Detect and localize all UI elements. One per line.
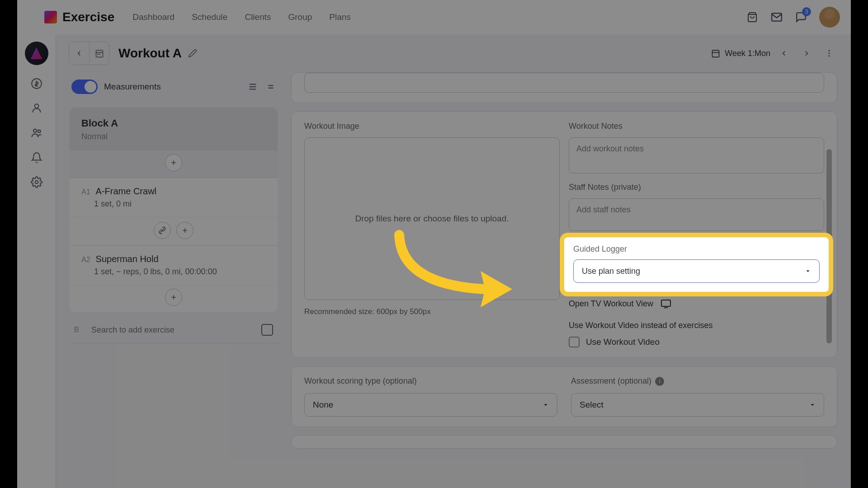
svg-point-14 xyxy=(828,52,830,54)
scoring-card: Workout scoring type (optional) None Ass… xyxy=(291,366,837,427)
block-card: Block A Normal A1 A-Frame Crawl 1 set, 0… xyxy=(70,108,278,312)
block-header[interactable]: Block A Normal xyxy=(70,108,278,150)
calendar-small-icon xyxy=(711,49,720,58)
svg-rect-11 xyxy=(712,50,719,57)
media-notes-card: Workout Image Drop files here or choose … xyxy=(291,111,837,358)
calendar-button[interactable] xyxy=(89,42,109,65)
chevron-down-icon xyxy=(805,268,811,274)
settings-panel: Workout Image Drop files here or choose … xyxy=(291,72,851,488)
logo-mark-icon xyxy=(44,11,57,23)
block-subtitle: Normal xyxy=(81,132,266,141)
next-week-button[interactable] xyxy=(797,44,816,62)
exercise-detail: 1 set, ~ reps, 0 lbs, 0 mi, 00:00:00 xyxy=(81,267,266,277)
add-exercise-button[interactable] xyxy=(176,222,193,239)
nav-dashboard[interactable]: Dashboard xyxy=(132,12,175,22)
people-icon[interactable] xyxy=(30,127,43,139)
edit-icon[interactable] xyxy=(188,49,197,58)
description-textarea[interactable] xyxy=(304,73,824,93)
scoring-type-label: Workout scoring type (optional) xyxy=(304,376,557,386)
more-menu-button[interactable] xyxy=(820,44,838,62)
assessment-label: Assessment (optional) xyxy=(571,376,651,386)
workout-notes-label: Workout Notes xyxy=(569,122,824,131)
svg-marker-28 xyxy=(807,270,810,272)
user-avatar[interactable] xyxy=(819,7,840,28)
guided-logger-label: Guided Logger xyxy=(573,244,820,254)
svg-rect-9 xyxy=(97,54,99,55)
prev-week-button[interactable] xyxy=(775,44,793,62)
svg-point-6 xyxy=(35,181,38,184)
exercise-search-input[interactable] xyxy=(91,325,253,335)
exercise-panel: Measurements Block A Normal xyxy=(56,72,291,488)
brand-name: Exercise xyxy=(62,10,114,24)
exercise-detail: 1 set, 0 mi xyxy=(81,199,266,209)
exercise-id: A2 xyxy=(81,256,90,264)
measurements-label: Measurements xyxy=(104,82,241,92)
assessment-value: Select xyxy=(580,400,604,410)
shopping-bag-icon[interactable] xyxy=(746,11,759,23)
use-video-row[interactable]: Use Workout Video xyxy=(569,337,824,347)
svg-point-13 xyxy=(828,50,830,52)
info-icon[interactable]: i xyxy=(655,377,664,386)
tv-view-label: Open TV Workout View xyxy=(569,299,653,309)
workout-notes-textarea[interactable]: Add workout notes xyxy=(569,137,824,174)
chevron-down-icon xyxy=(809,402,816,408)
staff-notes-label: Staff Notes (private) xyxy=(569,183,824,192)
search-toggle-icon[interactable] xyxy=(261,324,273,336)
bell-icon[interactable] xyxy=(31,152,42,164)
mail-icon[interactable] xyxy=(770,11,783,23)
svg-point-15 xyxy=(828,55,830,56)
measurements-toggle[interactable] xyxy=(71,80,98,94)
nav-schedule[interactable]: Schedule xyxy=(192,12,227,22)
chat-icon[interactable]: 3 xyxy=(795,11,807,23)
exercise-row[interactable]: A1 A-Frame Crawl 1 set, 0 mi xyxy=(70,178,278,217)
staff-notes-textarea[interactable]: Add staff notes xyxy=(569,198,824,231)
exercise-id: A1 xyxy=(81,188,90,196)
image-dropzone[interactable]: Drop files here or choose files to uploa… xyxy=(304,137,560,300)
list-view-icon[interactable] xyxy=(248,82,258,92)
exercise-row[interactable]: A2 Superman Hold 1 set, ~ reps, 0 lbs, 0… xyxy=(70,245,278,285)
side-rail xyxy=(17,34,56,488)
link-exercise-button[interactable] xyxy=(154,222,171,239)
guided-logger-select[interactable]: Use plan setting xyxy=(573,259,820,283)
exercise-search-row: B xyxy=(70,317,278,343)
logo[interactable]: Exercise xyxy=(44,10,114,24)
use-video-checkbox[interactable] xyxy=(569,337,580,347)
week-label: Week 1:Mon xyxy=(725,49,770,58)
nav-clients[interactable]: Clients xyxy=(245,12,271,22)
scoring-type-select[interactable]: None xyxy=(304,393,557,417)
primary-nav: Dashboard Schedule Clients Group Plans xyxy=(132,12,351,22)
dollar-icon[interactable] xyxy=(31,78,42,89)
rail-logo[interactable] xyxy=(25,42,48,65)
svg-rect-29 xyxy=(661,300,670,306)
add-to-block-button[interactable] xyxy=(165,154,182,171)
bottom-card-stub xyxy=(291,435,837,449)
gear-icon[interactable] xyxy=(31,176,42,188)
chevron-down-icon xyxy=(542,402,549,408)
guided-logger-value: Use plan setting xyxy=(582,267,640,276)
person-icon[interactable] xyxy=(31,102,42,114)
chat-badge: 3 xyxy=(802,7,811,16)
svg-marker-32 xyxy=(811,404,814,406)
workout-header: Workout A Week 1:Mon xyxy=(56,34,851,72)
back-button[interactable] xyxy=(69,42,89,65)
workout-image-label: Workout Image xyxy=(304,122,560,131)
svg-point-3 xyxy=(34,104,38,108)
image-size-hint: Recommended size: 600px by 500px xyxy=(304,307,560,316)
exercise-name: A-Frame Crawl xyxy=(96,186,156,197)
top-nav: Exercise Dashboard Schedule Clients Grou… xyxy=(17,0,851,34)
nav-group[interactable]: Group xyxy=(288,12,312,22)
add-exercise-button[interactable] xyxy=(165,289,182,306)
svg-marker-31 xyxy=(544,404,547,406)
assessment-select[interactable]: Select xyxy=(571,393,824,417)
nav-plans[interactable]: Plans xyxy=(329,12,351,22)
block-title: Block A xyxy=(81,117,266,129)
guided-logger-section: Guided Logger Use plan setting xyxy=(564,237,829,292)
week-selector[interactable]: Week 1:Mon xyxy=(711,49,770,58)
video-heading: Use Workout Video instead of exercises xyxy=(569,321,824,330)
exercise-name: Superman Hold xyxy=(96,254,159,264)
use-video-label: Use Workout Video xyxy=(586,337,660,347)
tv-icon[interactable] xyxy=(660,298,671,309)
dropzone-text: Drop files here or choose files to uploa… xyxy=(355,214,509,224)
compact-view-icon[interactable] xyxy=(266,82,276,92)
new-block-id: B xyxy=(74,326,83,334)
